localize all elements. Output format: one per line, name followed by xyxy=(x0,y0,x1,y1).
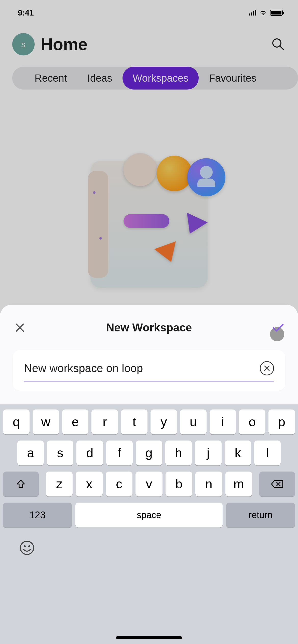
key-o[interactable]: o xyxy=(239,409,265,434)
key-numeric[interactable]: 123 xyxy=(3,503,72,528)
key-f[interactable]: f xyxy=(106,441,133,465)
key-return[interactable]: return xyxy=(226,503,295,528)
key-n[interactable]: n xyxy=(195,472,222,496)
svg-point-8 xyxy=(20,541,34,554)
svg-point-10 xyxy=(28,545,30,547)
key-c[interactable]: c xyxy=(106,472,132,496)
backspace-icon xyxy=(271,479,283,489)
workspace-name-input[interactable] xyxy=(24,362,255,375)
new-workspace-sheet: New Workspace q w e r t y u i xyxy=(0,305,298,644)
key-i[interactable]: i xyxy=(210,409,236,434)
close-icon xyxy=(14,322,25,333)
key-b[interactable]: b xyxy=(166,472,192,496)
svg-point-9 xyxy=(24,545,26,547)
key-shift[interactable] xyxy=(3,472,39,496)
check-icon xyxy=(272,323,285,332)
key-backspace[interactable] xyxy=(259,472,295,496)
home-indicator[interactable] xyxy=(116,636,182,639)
sheet-title: New Workspace xyxy=(106,321,192,334)
key-x[interactable]: x xyxy=(76,472,102,496)
key-t[interactable]: t xyxy=(121,409,147,434)
key-m[interactable]: m xyxy=(225,472,252,496)
key-d[interactable]: d xyxy=(76,441,103,465)
key-s[interactable]: s xyxy=(47,441,73,465)
key-h[interactable]: h xyxy=(165,441,192,465)
shift-icon xyxy=(16,479,26,489)
close-button[interactable] xyxy=(13,320,27,335)
emoji-button[interactable] xyxy=(18,539,36,557)
x-icon xyxy=(264,365,270,372)
key-k[interactable]: k xyxy=(225,441,251,465)
input-underline xyxy=(24,382,274,382)
key-q[interactable]: q xyxy=(3,409,30,434)
key-e[interactable]: e xyxy=(62,409,89,434)
key-l[interactable]: l xyxy=(254,441,281,465)
confirm-button[interactable] xyxy=(271,320,285,335)
clear-input-button[interactable] xyxy=(260,361,274,375)
sheet-header: New Workspace xyxy=(13,317,285,338)
key-v[interactable]: v xyxy=(136,472,162,496)
workspace-name-card xyxy=(13,350,285,391)
key-w[interactable]: w xyxy=(33,409,59,434)
key-r[interactable]: r xyxy=(91,409,118,434)
key-g[interactable]: g xyxy=(136,441,162,465)
key-z[interactable]: z xyxy=(46,472,73,496)
key-a[interactable]: a xyxy=(17,441,44,465)
emoji-icon xyxy=(19,540,35,555)
keyboard: q w e r t y u i o p a s d f g h j k l xyxy=(0,404,298,644)
key-space[interactable]: space xyxy=(75,503,223,528)
key-u[interactable]: u xyxy=(180,409,207,434)
key-y[interactable]: y xyxy=(151,409,177,434)
key-p[interactable]: p xyxy=(268,409,295,434)
key-j[interactable]: j xyxy=(195,441,221,465)
